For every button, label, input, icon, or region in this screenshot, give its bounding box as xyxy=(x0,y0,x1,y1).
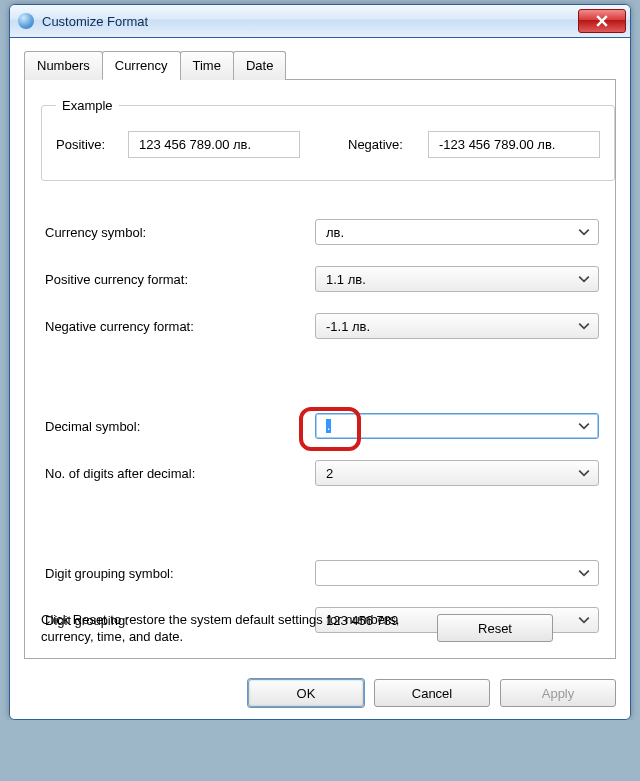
reset-area: Click Reset to restore the system defaul… xyxy=(41,611,599,646)
dialog-button-row: OK Cancel Apply xyxy=(10,669,630,719)
tab-date[interactable]: Date xyxy=(233,51,286,80)
reset-note: Click Reset to restore the system defaul… xyxy=(41,611,421,646)
button-label: Apply xyxy=(542,686,575,701)
row-negative-format: Negative currency format: -1.1 лв. xyxy=(41,313,599,339)
label-grouping-symbol: Digit grouping symbol: xyxy=(41,566,315,581)
combo-value: -1.1 лв. xyxy=(326,319,370,334)
button-label: OK xyxy=(297,686,316,701)
combo-value-selected: . xyxy=(326,419,331,433)
tab-time[interactable]: Time xyxy=(180,51,234,80)
combo-decimal-symbol[interactable]: . xyxy=(315,413,599,439)
chevron-down-icon xyxy=(578,467,590,479)
close-icon xyxy=(596,15,608,27)
customize-format-window: Customize Format Numbers Currency Time D… xyxy=(9,4,631,720)
combo-value: лв. xyxy=(326,225,344,240)
example-group: Example Positive: 123 456 789.00 лв. Neg… xyxy=(41,98,615,181)
apply-button[interactable]: Apply xyxy=(500,679,616,707)
combo-positive-format[interactable]: 1.1 лв. xyxy=(315,266,599,292)
negative-label: Negative: xyxy=(348,137,418,152)
currency-settings: Currency symbol: лв. Positive currency f… xyxy=(41,219,599,633)
tab-label: Date xyxy=(246,58,273,73)
ok-button[interactable]: OK xyxy=(248,679,364,707)
example-row: Positive: 123 456 789.00 лв. Negative: -… xyxy=(56,131,600,158)
row-decimal-symbol: Decimal symbol: . xyxy=(41,413,599,439)
label-decimal-symbol: Decimal symbol: xyxy=(41,419,315,434)
tab-label: Numbers xyxy=(37,58,90,73)
row-currency-symbol: Currency symbol: лв. xyxy=(41,219,599,245)
label-digits-after: No. of digits after decimal: xyxy=(41,466,315,481)
example-legend: Example xyxy=(56,98,119,113)
window-title: Customize Format xyxy=(42,14,578,29)
label-positive-format: Positive currency format: xyxy=(41,272,315,287)
cancel-button[interactable]: Cancel xyxy=(374,679,490,707)
chevron-down-icon xyxy=(578,226,590,238)
tab-strip: Numbers Currency Time Date xyxy=(24,50,616,80)
button-label: Reset xyxy=(478,621,512,636)
row-digits-after: No. of digits after decimal: 2 xyxy=(41,460,599,486)
tab-panel-currency: Example Positive: 123 456 789.00 лв. Neg… xyxy=(24,80,616,659)
row-positive-format: Positive currency format: 1.1 лв. xyxy=(41,266,599,292)
tab-label: Time xyxy=(193,58,221,73)
combo-value: 1.1 лв. xyxy=(326,272,366,287)
chevron-down-icon xyxy=(578,273,590,285)
combo-grouping-symbol[interactable] xyxy=(315,560,599,586)
chevron-down-icon xyxy=(578,567,590,579)
positive-label: Positive: xyxy=(56,137,118,152)
button-label: Cancel xyxy=(412,686,452,701)
chevron-down-icon xyxy=(578,320,590,332)
tab-currency[interactable]: Currency xyxy=(102,51,181,80)
row-grouping-symbol: Digit grouping symbol: xyxy=(41,560,599,586)
combo-digits-after[interactable]: 2 xyxy=(315,460,599,486)
label-currency-symbol: Currency symbol: xyxy=(41,225,315,240)
combo-value: 2 xyxy=(326,466,333,481)
tab-label: Currency xyxy=(115,58,168,73)
combo-currency-symbol[interactable]: лв. xyxy=(315,219,599,245)
combo-negative-format[interactable]: -1.1 лв. xyxy=(315,313,599,339)
close-button[interactable] xyxy=(578,9,626,33)
tab-numbers[interactable]: Numbers xyxy=(24,51,103,80)
chevron-down-icon xyxy=(578,420,590,432)
client-area: Numbers Currency Time Date Example Posit… xyxy=(10,38,630,669)
globe-icon xyxy=(18,13,34,29)
negative-example: -123 456 789.00 лв. xyxy=(428,131,600,158)
label-negative-format: Negative currency format: xyxy=(41,319,315,334)
titlebar[interactable]: Customize Format xyxy=(10,5,630,38)
reset-button[interactable]: Reset xyxy=(437,614,553,642)
positive-example: 123 456 789.00 лв. xyxy=(128,131,300,158)
